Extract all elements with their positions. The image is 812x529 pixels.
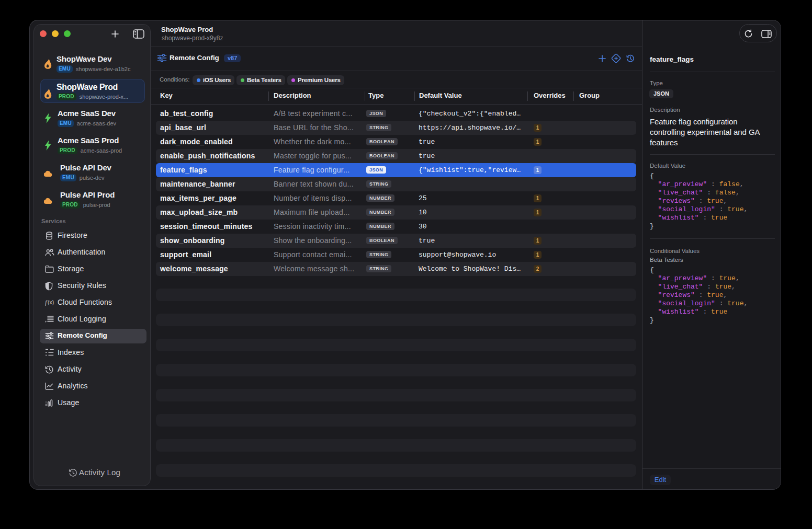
svg-text:(x): (x) — [48, 299, 54, 305]
